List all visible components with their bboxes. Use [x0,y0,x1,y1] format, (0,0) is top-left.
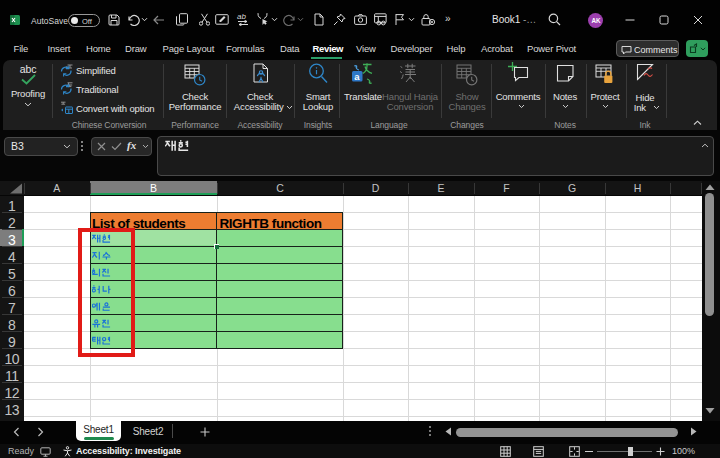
svg-text:a: a [354,71,360,82]
